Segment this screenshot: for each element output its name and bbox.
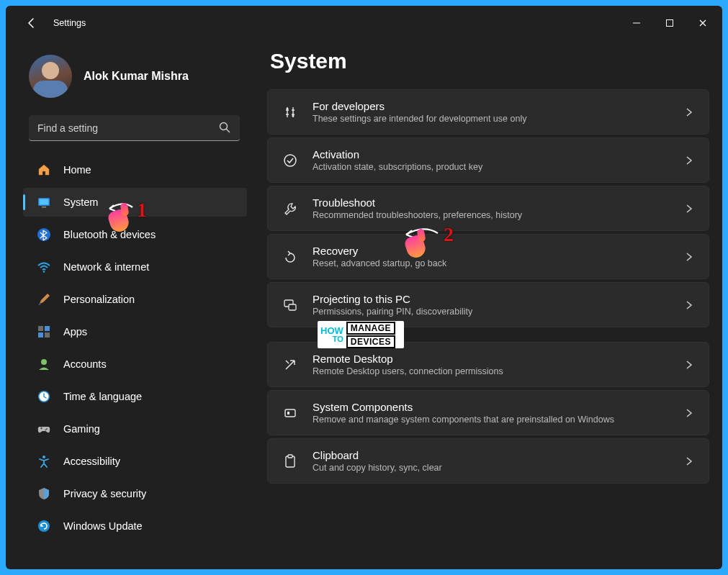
sidebar-item-accounts[interactable]: Accounts <box>23 350 247 379</box>
svg-point-16 <box>46 428 48 430</box>
nav: Home System Bluetooth & devices Network … <box>10 154 254 540</box>
chevron-right-icon <box>684 408 694 418</box>
chevron-right-icon <box>684 360 694 370</box>
clipboard-icon <box>281 452 300 471</box>
svg-point-20 <box>287 107 289 109</box>
sidebar-item-accessibility[interactable]: Accessibility <box>23 447 247 476</box>
sidebar-item-personalization[interactable]: Personalization <box>23 285 247 314</box>
sidebar-item-label: Time & language <box>63 391 142 402</box>
card-clipboard[interactable]: ClipboardCut and copy history, sync, cle… <box>267 438 709 484</box>
svg-rect-26 <box>287 412 289 415</box>
watermark: HOW TO MANAGE DEVICES <box>318 321 404 348</box>
card-subtitle: Cut and copy history, sync, clear <box>313 463 442 473</box>
card-title: For developers <box>313 100 526 112</box>
sidebar-item-bluetooth[interactable]: Bluetooth & devices <box>23 220 247 249</box>
card-title: Activation <box>313 148 482 160</box>
troubleshoot-icon <box>281 199 300 218</box>
svg-rect-5 <box>40 199 49 205</box>
brush-icon <box>36 291 52 307</box>
watermark-text: MANAGE <box>346 322 395 335</box>
search-input[interactable] <box>29 115 240 141</box>
sidebar-item-update[interactable]: Windows Update <box>23 512 247 540</box>
sidebar-item-label: Home <box>63 164 91 176</box>
window-title: Settings <box>53 18 86 28</box>
close-button[interactable] <box>686 12 719 35</box>
gaming-icon <box>36 421 52 437</box>
remote-icon <box>281 356 300 374</box>
chevron-right-icon <box>684 252 694 262</box>
update-icon <box>36 518 52 534</box>
card-title: Recovery <box>313 245 446 257</box>
clock-icon <box>36 389 52 404</box>
svg-rect-1 <box>667 20 673 27</box>
card-activation[interactable]: ActivationActivation state, subscription… <box>267 137 709 183</box>
card-subtitle: Permissions, pairing PIN, discoverabilit… <box>313 307 472 317</box>
card-troubleshoot[interactable]: TroubleshootRecommended troubleshooters,… <box>267 186 709 231</box>
window-controls <box>620 12 719 35</box>
settings-window: Settings Alok Kumar Mishra Hom <box>6 6 722 569</box>
search-icon <box>218 121 231 134</box>
sidebar-item-label: Accessibility <box>63 456 120 467</box>
card-subtitle: Recommended troubleshooters, preferences… <box>313 210 522 220</box>
avatar <box>29 55 72 98</box>
card-recovery[interactable]: RecoveryReset, advanced startup, go back <box>267 234 709 279</box>
svg-point-13 <box>41 359 47 365</box>
sidebar-item-home[interactable]: Home <box>23 155 247 184</box>
card-subtitle: Remote Desktop users, connection permiss… <box>313 366 503 376</box>
sidebar-item-label: Privacy & security <box>63 488 146 499</box>
accessibility-icon <box>36 453 52 469</box>
minimize-button[interactable] <box>620 12 653 35</box>
card-system-components[interactable]: System ComponentsRemove and manage syste… <box>267 390 709 435</box>
wifi-icon <box>36 259 52 275</box>
maximize-button[interactable] <box>653 12 686 35</box>
projecting-icon <box>281 296 300 314</box>
svg-rect-9 <box>38 326 43 331</box>
main-content: System For developersThese settings are … <box>254 40 722 569</box>
chevron-right-icon <box>684 204 694 214</box>
sidebar-item-label: Apps <box>63 326 87 338</box>
search-container <box>29 115 240 141</box>
card-title: Remote Desktop <box>313 353 503 365</box>
profile-name: Alok Kumar Mishra <box>84 70 189 83</box>
svg-point-17 <box>45 430 47 431</box>
card-for-developers[interactable]: For developersThese settings are intende… <box>267 89 709 135</box>
titlebar: Settings <box>6 6 722 40</box>
card-title: Troubleshoot <box>313 196 522 209</box>
watermark-text: TO <box>333 335 343 343</box>
svg-rect-25 <box>285 409 295 417</box>
svg-point-19 <box>38 520 50 532</box>
developers-icon <box>281 103 300 122</box>
card-title: Clipboard <box>313 449 442 461</box>
svg-rect-24 <box>289 304 296 310</box>
page-title: System <box>270 49 709 73</box>
shield-icon <box>36 486 52 502</box>
svg-point-18 <box>42 456 45 458</box>
chevron-right-icon <box>684 155 694 166</box>
sidebar-item-label: Accounts <box>63 358 107 370</box>
card-subtitle: These settings are intended for developm… <box>313 114 526 124</box>
svg-line-3 <box>227 130 230 132</box>
sidebar-item-time[interactable]: Time & language <box>23 382 247 411</box>
bluetooth-icon <box>36 227 52 243</box>
svg-point-22 <box>284 155 296 166</box>
svg-rect-11 <box>38 332 43 338</box>
sidebar-item-gaming[interactable]: Gaming <box>23 415 247 443</box>
sidebar-item-system[interactable]: System <box>23 188 247 217</box>
svg-point-8 <box>43 271 45 273</box>
profile-block[interactable]: Alok Kumar Mishra <box>10 49 254 111</box>
sidebar-item-privacy[interactable]: Privacy & security <box>23 479 247 508</box>
back-button[interactable] <box>17 9 46 37</box>
sidebar-item-apps[interactable]: Apps <box>23 317 247 346</box>
card-subtitle: Activation state, subscriptions, product… <box>313 162 482 172</box>
sidebar-item-label: Bluetooth & devices <box>63 229 156 240</box>
apps-icon <box>36 324 52 340</box>
sidebar-item-network[interactable]: Network & internet <box>23 253 247 281</box>
svg-rect-6 <box>42 207 46 208</box>
card-title: System Components <box>313 401 614 413</box>
recovery-icon <box>281 248 300 266</box>
sidebar-item-label: Windows Update <box>63 520 143 532</box>
card-subtitle: Reset, advanced startup, go back <box>313 258 446 268</box>
sidebar-item-label: Gaming <box>63 423 100 435</box>
sidebar: Alok Kumar Mishra Home System <box>6 40 254 569</box>
card-remote-desktop[interactable]: Remote DesktopRemote Desktop users, conn… <box>267 342 709 387</box>
